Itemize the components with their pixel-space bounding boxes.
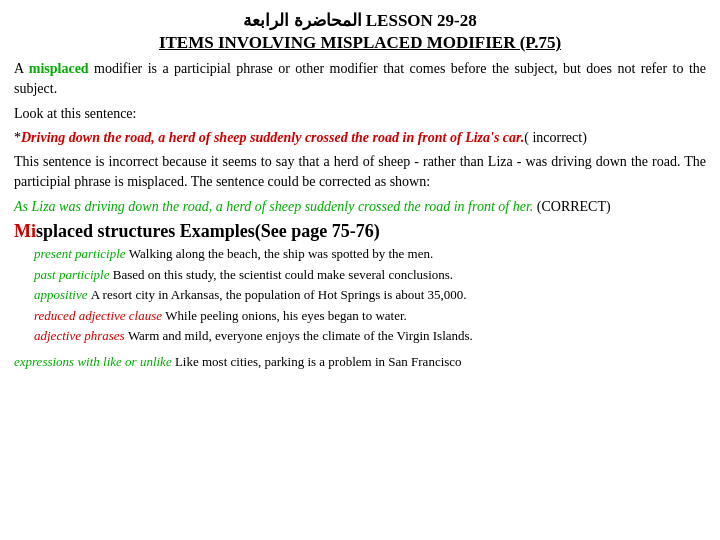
section-header: Misplaced structures Examples(See page 7… xyxy=(14,221,706,242)
section-header-main: Examples(See page 75-76) xyxy=(180,221,380,241)
paragraph-3: *Driving down the road, a herd of sheep … xyxy=(14,128,706,148)
section-header-prefix2: splaced structures xyxy=(36,221,180,241)
example-item: reduced adjective clause While peeling o… xyxy=(34,306,706,326)
example-item: present participle Walking along the bea… xyxy=(34,244,706,264)
para5-prefix: As Liza was driving down the road, a her… xyxy=(14,199,533,214)
section-header-prefix: Mi xyxy=(14,221,36,241)
paragraph-2: Look at this sentence: xyxy=(14,104,706,124)
paragraph-4: This sentence is incorrect because it se… xyxy=(14,152,706,193)
para3-prefix: * xyxy=(14,130,21,145)
example-label: past participle xyxy=(34,267,113,282)
example-label: adjective phrases xyxy=(34,328,128,343)
example-text: Walking along the beach, the ship was sp… xyxy=(129,246,433,261)
examples-block: present participle Walking along the bea… xyxy=(34,244,706,346)
title: المحاضرة الرابعة LESSON 29-28 xyxy=(14,10,706,31)
para3-italic: Driving down the road, a herd of sheep s… xyxy=(21,130,524,145)
page: المحاضرة الرابعة LESSON 29-28 ITEMS INVO… xyxy=(0,0,720,540)
para5-suffix: (CORRECT) xyxy=(537,199,611,214)
example-label: appositive xyxy=(34,287,91,302)
example-label: reduced adjective clause xyxy=(34,308,165,323)
para1-misplaced: misplaced xyxy=(29,61,89,76)
para3-suffix: ( incorrect) xyxy=(524,130,587,145)
example-item: adjective phrases Warm and mild, everyon… xyxy=(34,326,706,346)
example-label: present participle xyxy=(34,246,129,261)
para1-prefix: A xyxy=(14,61,29,76)
paragraph-1: A misplaced modifier is a participial ph… xyxy=(14,59,706,100)
example-item: appositive A resort city in Arkansas, th… xyxy=(34,285,706,305)
example-text: Warm and mild, everyone enjoys the clima… xyxy=(128,328,473,343)
expr-text: Like most cities, parking is a problem i… xyxy=(172,354,462,369)
example-item: past participle Based on this study, the… xyxy=(34,265,706,285)
example-text: A resort city in Arkansas, the populatio… xyxy=(91,287,467,302)
subtitle: ITEMS INVOLVING MISPLACED MODIFIER (P.75… xyxy=(14,33,706,53)
expressions-line: expressions with like or unlike Like mos… xyxy=(14,352,706,372)
example-text: While peeling onions, his eyes began to … xyxy=(165,308,407,323)
paragraph-5: As Liza was driving down the road, a her… xyxy=(14,197,706,217)
example-text: Based on this study, the scientist could… xyxy=(113,267,453,282)
expr-label: expressions with like or unlike xyxy=(14,354,172,369)
para1-rest: modifier is a participial phrase or othe… xyxy=(14,61,706,96)
